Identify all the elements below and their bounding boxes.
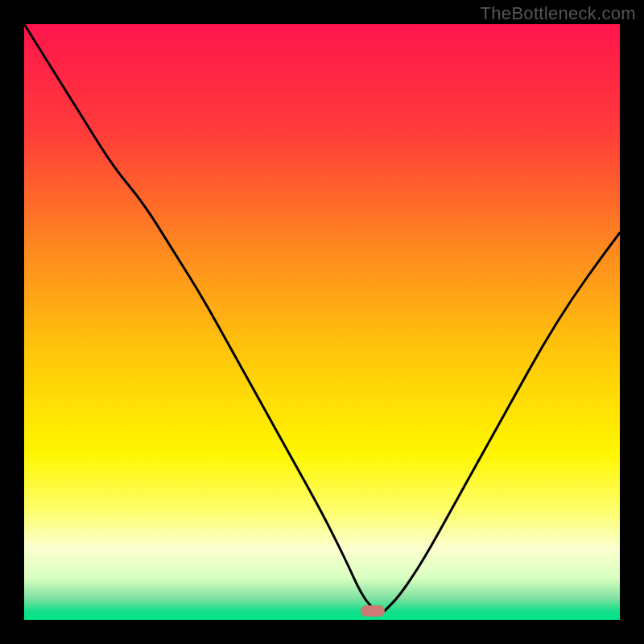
bottleneck-curve: [24, 24, 620, 620]
optimal-marker: [361, 605, 385, 617]
plot-area: [24, 24, 620, 620]
watermark-text: TheBottleneck.com: [481, 3, 636, 24]
